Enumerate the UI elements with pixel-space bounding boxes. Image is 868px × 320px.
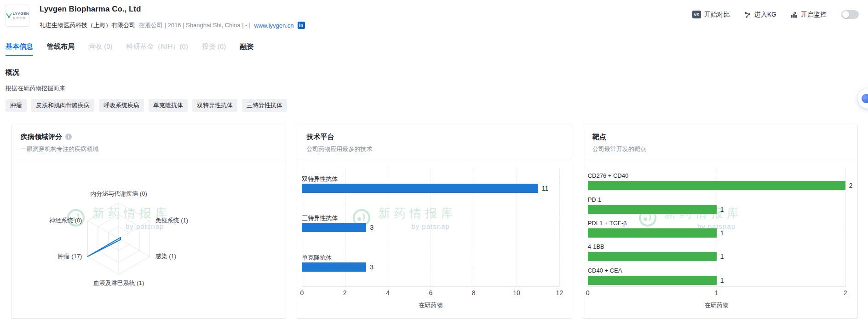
bar-value-label: 1 bbox=[720, 253, 724, 260]
tab-basic-info[interactable]: 基本信息 bbox=[6, 39, 33, 56]
tag-chip: 肿瘤 bbox=[6, 99, 27, 112]
tab-investment[interactable]: 投资 (0) bbox=[202, 39, 226, 56]
bar bbox=[588, 228, 717, 238]
bar bbox=[588, 181, 845, 190]
card-title: 疾病领域评分 bbox=[21, 132, 62, 141]
radar-axis-label: 内分泌与代谢疾病 (0) bbox=[90, 190, 147, 198]
radar-axis-label: 神经系统 (0) bbox=[49, 216, 82, 225]
toggle-knob bbox=[842, 11, 849, 18]
tag-chip: 三特异性抗体 bbox=[242, 99, 287, 112]
radar-axis-label: 血液及淋巴系统 (1) bbox=[93, 279, 144, 287]
bar-category-label: PDL1 + TGF-β bbox=[588, 220, 627, 227]
card-subtitle: 一眼洞穿机构专注的疾病领域 bbox=[21, 145, 276, 153]
lyvgen-logo-icon bbox=[6, 12, 12, 19]
card-tech-platform: 技术平台 公司药物应用最多的技术 新药情报库 by patsnap 双特异性 bbox=[297, 125, 572, 319]
x-tick-label: 1 bbox=[715, 289, 719, 297]
tag-chip: 皮肤和肌肉骨骼疾病 bbox=[31, 99, 94, 112]
x-tick-label: 12 bbox=[556, 289, 563, 297]
page-title: Lyvgen Biopharma Co., Ltd bbox=[40, 5, 141, 14]
bar-value-label: 1 bbox=[720, 229, 724, 237]
x-axis-title: 在研药物 bbox=[302, 301, 559, 309]
card-subtitle: 公司药物应用最多的技术 bbox=[306, 145, 562, 153]
bar-category-label: 三特异性抗体 bbox=[302, 214, 338, 222]
enter-kg-button[interactable]: 进入KG bbox=[744, 11, 776, 19]
radar-axis-label: 肿瘤 (17) bbox=[58, 252, 82, 261]
monitor-button[interactable]: 开启监控 bbox=[790, 11, 827, 19]
bar bbox=[302, 223, 366, 232]
x-axis: 024681012 bbox=[302, 289, 559, 297]
x-tick-label: 6 bbox=[429, 289, 432, 297]
x-axis-title: 在研药物 bbox=[588, 301, 845, 309]
bar bbox=[302, 262, 366, 272]
enter-kg-label: 进入KG bbox=[754, 11, 776, 19]
vs-icon: VS bbox=[692, 11, 701, 18]
bar-value-label: 2 bbox=[849, 182, 853, 189]
summary-cards: 疾病领域评分 i 一眼洞穿机构专注的疾病领域 新药情报库 by patsnap bbox=[6, 125, 862, 319]
tab-financing[interactable]: 融资 bbox=[240, 39, 253, 56]
assistant-icon bbox=[862, 94, 868, 103]
bar bbox=[588, 252, 717, 261]
tab-pipeline[interactable]: 管线布局 bbox=[47, 39, 75, 56]
x-axis: 012 bbox=[588, 289, 845, 297]
linkedin-icon[interactable]: in bbox=[298, 22, 305, 29]
logo-text: LYVGEN bbox=[13, 12, 29, 16]
bar-category-label: 单克隆抗体 bbox=[302, 254, 332, 262]
bar-plot: CD276 + CD402PD-11PDL1 + TGF-β14-1BB1CD4… bbox=[588, 169, 845, 287]
company-chinese-name: 礼进生物医药科技（上海）有限公司 bbox=[40, 21, 135, 29]
x-tick-label: 0 bbox=[300, 289, 304, 297]
x-tick-label: 10 bbox=[513, 289, 520, 297]
monitor-icon bbox=[790, 11, 798, 18]
x-tick-label: 4 bbox=[386, 289, 390, 297]
card-targets: 靶点 公司最常开发的靶点 新药情报库 by patsnap CD276 + bbox=[583, 125, 858, 319]
x-tick-label: 8 bbox=[472, 289, 476, 297]
tag-list: 肿瘤皮肤和肌肉骨骼疾病呼吸系统疾病单克隆抗体双特异性抗体三特异性抗体 bbox=[6, 99, 862, 112]
bar bbox=[588, 276, 717, 285]
radar-axis-label: 感染 (1) bbox=[155, 252, 177, 261]
card-title: 靶点 bbox=[592, 132, 606, 141]
bar bbox=[588, 205, 717, 214]
gridline bbox=[559, 169, 560, 286]
radar-axis-label: 免疫系统 (1) bbox=[155, 216, 189, 225]
company-logo: LYVGEN 礼进生物 bbox=[6, 5, 29, 27]
bar-plot: 双特异性抗体11三特异性抗体3单克隆抗体3 bbox=[302, 169, 559, 287]
x-tick-label: 0 bbox=[586, 289, 590, 297]
info-icon[interactable]: i bbox=[65, 134, 72, 140]
card-header: 疾病领域评分 i 一眼洞穿机构专注的疾病领域 bbox=[11, 125, 286, 159]
tab-bar: 基本信息管线布局营收 (0)科研基金（NIH）(0)投资 (0)融资 bbox=[0, 39, 868, 56]
bar-value-label: 1 bbox=[720, 206, 724, 213]
overview-hint: 根据在研药物挖掘而来 bbox=[6, 84, 862, 93]
monitor-toggle[interactable] bbox=[841, 10, 859, 19]
tech-bar-chart-area: 新药情报库 by patsnap 双特异性抗体11三特异性抗体3单克隆抗体302… bbox=[297, 159, 571, 318]
tag-chip: 呼吸系统疾病 bbox=[99, 99, 144, 112]
bar-value-label: 11 bbox=[542, 185, 549, 192]
company-website-link[interactable]: www.lyvgen.cn bbox=[254, 22, 294, 29]
card-header: 技术平台 公司药物应用最多的技术 bbox=[297, 125, 571, 159]
overview-title: 概况 bbox=[6, 68, 862, 77]
bar-value-label: 3 bbox=[370, 263, 374, 271]
bar-category-label: CD276 + CD40 bbox=[588, 172, 629, 179]
x-tick-label: 2 bbox=[343, 289, 347, 297]
bar-value-label: 1 bbox=[720, 277, 724, 284]
bar-value-label: 3 bbox=[370, 224, 374, 231]
target-bar-chart-area: 新药情报库 by patsnap CD276 + CD402PD-11PDL1 … bbox=[583, 159, 857, 318]
bar-category-label: 双特异性抗体 bbox=[302, 175, 338, 183]
tab-revenue[interactable]: 营收 (0) bbox=[88, 39, 113, 56]
radar-chart bbox=[11, 159, 286, 318]
x-tick-label: 2 bbox=[844, 289, 847, 297]
compare-label: 开始对比 bbox=[704, 11, 730, 19]
card-subtitle: 公司最常开发的靶点 bbox=[592, 145, 848, 153]
monitor-label: 开启监控 bbox=[801, 11, 827, 19]
logo-subtext: 礼进生物 bbox=[13, 17, 29, 19]
tab-nih-funding[interactable]: 科研基金（NIH）(0) bbox=[126, 39, 188, 56]
bar bbox=[302, 184, 538, 193]
bar-category-label: CD40 + CEA bbox=[588, 267, 622, 274]
gridline bbox=[845, 169, 846, 286]
header-actions: VS 开始对比 进入KG 开启监控 bbox=[692, 10, 859, 19]
page-header: LYVGEN 礼进生物 Lyvgen Biopharma Co., Ltd 礼进… bbox=[0, 0, 868, 39]
bar-category-label: 4-1BB bbox=[588, 243, 604, 250]
radar-chart-area: 新药情报库 by patsnap 内分泌与代谢疾病 (0)免疫系统 (1)感染 … bbox=[11, 159, 286, 318]
company-meta: 控股公司 | 2016 | Shanghai Shi, China | - | bbox=[139, 21, 251, 29]
card-disease-score: 疾病领域评分 i 一眼洞穿机构专注的疾病领域 新药情报库 by patsnap bbox=[11, 125, 286, 319]
card-title: 技术平台 bbox=[306, 132, 334, 141]
compare-button[interactable]: VS 开始对比 bbox=[692, 11, 730, 19]
